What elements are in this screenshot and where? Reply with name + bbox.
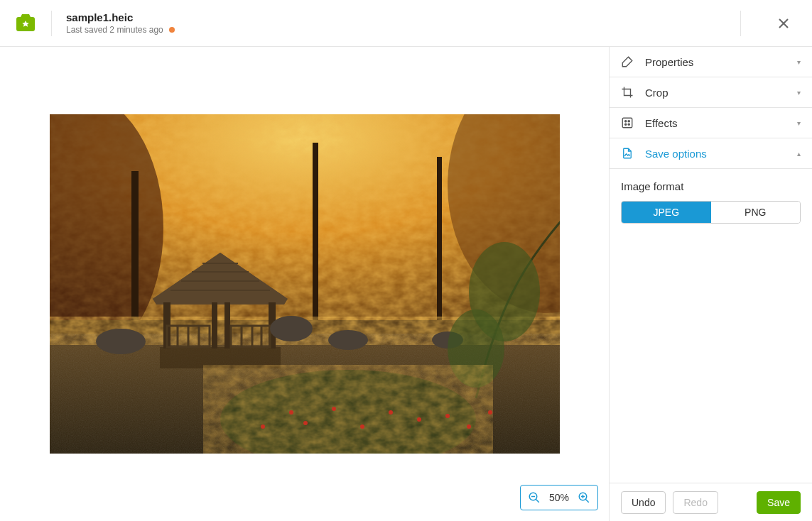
svg-point-30 [96, 329, 146, 354]
file-image-icon [621, 147, 634, 160]
svg-point-44 [445, 414, 450, 418]
svg-point-45 [467, 424, 471, 429]
svg-rect-11 [160, 347, 281, 368]
chevron-down-icon: ▾ [797, 89, 801, 97]
image-format-toggle: JPEG PNG [621, 201, 801, 224]
properties-icon [621, 55, 634, 68]
svg-point-43 [417, 417, 421, 422]
chevron-down-icon: ▾ [797, 119, 801, 127]
panel-label: Save options [645, 148, 786, 160]
main: 50% Properties ▾ Crop ▾ Effects [0, 47, 812, 521]
svg-point-59 [628, 124, 629, 125]
svg-point-56 [625, 121, 627, 122]
panel-label: Properties [645, 56, 786, 68]
file-info: sample1.heic Last saved 2 minutes ago [66, 11, 740, 35]
file-subtitle: Last saved 2 minutes ago [66, 25, 740, 35]
unsaved-dot-icon [169, 27, 175, 33]
close-button[interactable] [769, 9, 798, 38]
panel-label: Effects [645, 117, 786, 129]
image-preview [50, 114, 560, 454]
format-jpeg[interactable]: JPEG [622, 202, 711, 223]
chevron-down-icon: ▾ [797, 58, 801, 66]
panel-label: Crop [645, 87, 786, 99]
svg-point-47 [261, 424, 265, 429]
svg-point-39 [303, 421, 308, 425]
svg-line-52 [585, 499, 589, 503]
svg-rect-15 [212, 302, 217, 349]
effects-icon [621, 116, 634, 129]
svg-point-38 [289, 410, 293, 415]
sidebar: Properties ▾ Crop ▾ Effects ▾ Save optio… [609, 47, 812, 521]
header: sample1.heic Last saved 2 minutes ago [0, 0, 812, 47]
header-divider-right [740, 11, 741, 36]
zoom-control: 50% [520, 485, 598, 510]
panel-save-options[interactable]: Save options ▴ [610, 138, 812, 169]
zoom-out-icon [528, 491, 541, 504]
svg-point-31 [270, 316, 313, 341]
app-logo [14, 12, 37, 35]
redo-button[interactable]: Redo [673, 491, 718, 514]
svg-rect-6 [437, 157, 442, 349]
svg-point-58 [625, 124, 627, 125]
svg-point-32 [328, 330, 368, 350]
svg-point-46 [488, 410, 492, 415]
svg-point-41 [360, 424, 364, 429]
svg-point-40 [332, 407, 336, 411]
zoom-out-button[interactable] [528, 491, 541, 504]
format-png[interactable]: PNG [711, 202, 801, 223]
zoom-in-icon [578, 491, 590, 504]
svg-point-57 [628, 121, 629, 122]
svg-line-49 [536, 499, 539, 503]
close-icon [776, 16, 791, 31]
panel-properties[interactable]: Properties ▾ [610, 47, 812, 77]
save-options-body: Image format JPEG PNG [610, 169, 812, 483]
last-saved-text: Last saved 2 minutes ago [66, 25, 163, 35]
chevron-up-icon: ▴ [797, 150, 801, 158]
image-format-label: Image format [621, 180, 801, 192]
svg-point-42 [389, 410, 393, 415]
svg-rect-5 [313, 143, 318, 349]
header-divider [51, 11, 52, 36]
svg-rect-55 [622, 118, 632, 128]
svg-rect-16 [224, 302, 230, 349]
crop-icon [621, 86, 634, 99]
save-button[interactable]: Save [757, 491, 801, 514]
svg-point-35 [448, 309, 504, 388]
undo-button[interactable]: Undo [621, 491, 666, 514]
panel-effects[interactable]: Effects ▾ [610, 108, 812, 138]
zoom-level[interactable]: 50% [548, 492, 570, 503]
file-title: sample1.heic [66, 11, 740, 23]
panel-crop[interactable]: Crop ▾ [610, 77, 812, 108]
sidebar-footer: Undo Redo Save [610, 483, 812, 521]
canvas-area: 50% [0, 47, 609, 521]
zoom-in-button[interactable] [578, 491, 590, 504]
canvas-viewport[interactable] [0, 47, 609, 521]
